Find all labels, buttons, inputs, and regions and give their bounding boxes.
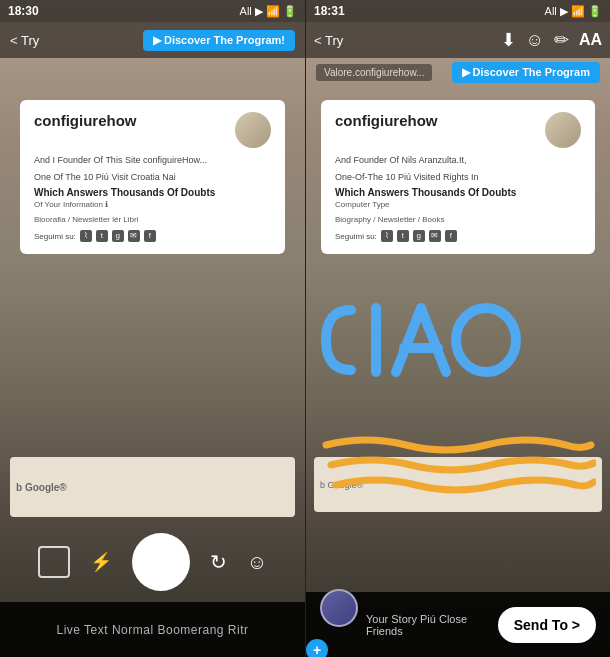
bc-social-label-right: Seguimi su: (335, 232, 377, 241)
url-bar-right: Valore.configiurehow... (316, 64, 432, 81)
back-btn-right[interactable]: < Try (314, 33, 343, 48)
rss-icon: ⌇ (80, 230, 92, 242)
camera-background-right (306, 0, 610, 657)
email-icon: ✉ (128, 230, 140, 242)
top-nav-right: < Try ⬇ ☺ ✏ AA (306, 22, 610, 58)
shutter-button[interactable] (132, 533, 190, 591)
bc-highlight-left: Which Answers Thousands Of Doubts (34, 187, 271, 198)
business-card-right: configiurehow And Founder Of Nils Aranzu… (321, 100, 595, 254)
flip-camera-button[interactable]: ↻ (210, 550, 227, 574)
bc-subtitle2-left: One Of The 10 Piú Visit Croatia Nai (34, 171, 271, 184)
facebook-icon-r: f (445, 230, 457, 242)
discover-btn-right[interactable]: ▶ Discover The Program (452, 62, 600, 83)
story-avatar-container: + (320, 589, 358, 658)
google-text-right: b Google® (320, 480, 363, 490)
status-time-left: 18:30 (8, 4, 39, 18)
twitter-icon: t (96, 230, 108, 242)
twitter-icon-r: t (397, 230, 409, 242)
bc-info-left: Of Your Information ℹ (34, 200, 271, 209)
mode-tabs-text: Live Text Normal Boomerang Ritr (56, 623, 248, 637)
effects-button[interactable]: ☺ (247, 551, 267, 574)
story-label: Your Story Piú Close Friends (366, 613, 498, 637)
bc-subtitle1-right: And Founder Of Nils Aranzulta.It, (335, 154, 581, 167)
bc-social-label-left: Seguimi su: (34, 232, 76, 241)
bc-avatar-left (235, 112, 271, 148)
status-time-right: 18:31 (314, 4, 345, 18)
right-panel: configiurehow And Founder Of Nils Aranzu… (305, 0, 610, 657)
download-icon[interactable]: ⬇ (501, 29, 516, 51)
status-bar-right: 18:31 All ▶ 📶 🔋 (306, 0, 610, 22)
discover-btn-left[interactable]: ▶ Discover The Program! (143, 30, 295, 51)
bc-social-left: Seguimi su: ⌇ t g ✉ f (34, 230, 271, 242)
bottom-tabs-left[interactable]: Live Text Normal Boomerang Ritr (0, 602, 305, 657)
bc-highlight-right: Which Answers Thousands Of Doubts (335, 187, 581, 198)
camera-controls: ⚡ ↻ ☺ (0, 527, 305, 597)
sticker-icon[interactable]: ☺ (526, 30, 544, 51)
flash-button[interactable]: ⚡ (90, 551, 112, 573)
nav-icons-right: ⬇ ☺ ✏ AA (501, 29, 603, 51)
bc-subtitle1-left: And I Founder Of This Site configuireHow… (34, 154, 271, 167)
gplus-icon-r: g (413, 230, 425, 242)
bc-links-right: Biography / Newsletter / Books (335, 215, 581, 224)
aa-button[interactable]: AA (579, 31, 602, 49)
bc-title-left: configiurehow (34, 112, 137, 129)
back-btn-left[interactable]: < Try (10, 33, 39, 48)
bc-info-right: Computer Type (335, 200, 581, 209)
gplus-icon: g (112, 230, 124, 242)
bottom-bar-right: + Your Story Piú Close Friends Send To > (306, 592, 610, 657)
status-bar-left: 18:30 All ▶ 📶 🔋 (0, 0, 305, 22)
bc-links-left: Bioorafia / Newsletter lér Libri (34, 215, 271, 224)
status-icons-right: All ▶ 📶 🔋 (545, 5, 602, 18)
gallery-button[interactable] (38, 546, 70, 578)
left-panel: configiurehow And I Founder Of This Site… (0, 0, 305, 657)
google-text-left: b Google® (16, 482, 67, 493)
add-story-button[interactable]: + (306, 639, 328, 658)
google-area-left: b Google® (10, 457, 295, 517)
bc-title-right: configiurehow (335, 112, 438, 129)
story-area: + Your Story Piú Close Friends (320, 589, 498, 658)
bc-subtitle2-right: One-Of-The 10 Piú Visited Rights In (335, 171, 581, 184)
business-card-left: configiurehow And I Founder Of This Site… (20, 100, 285, 254)
top-banner-right: Valore.configiurehow... ▶ Discover The P… (306, 58, 610, 87)
pen-icon[interactable]: ✏ (554, 29, 569, 51)
status-icons-left: All ▶ 📶 🔋 (240, 5, 297, 18)
back-label-left: < Try (10, 33, 39, 48)
facebook-icon: f (144, 230, 156, 242)
bc-social-right: Seguimi su: ⌇ t g ✉ f (335, 230, 581, 242)
email-icon-r: ✉ (429, 230, 441, 242)
rss-icon-r: ⌇ (381, 230, 393, 242)
top-nav-left: < Try ▶ Discover The Program! (0, 22, 305, 58)
bc-avatar-right (545, 112, 581, 148)
send-to-button[interactable]: Send To > (498, 607, 596, 643)
story-avatar (320, 589, 358, 627)
google-area-right: b Google® (314, 457, 602, 512)
